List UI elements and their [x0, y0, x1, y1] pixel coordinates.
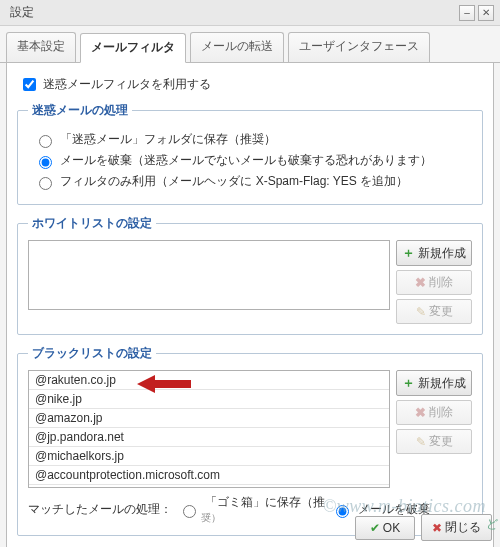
- whitelist-edit-label: 変更: [429, 303, 453, 320]
- close-label: 閉じる: [445, 519, 481, 536]
- match-opt-trash-note: 奨）: [201, 511, 221, 525]
- blacklist-group: ブラックリストの設定 @rakuten.co.jp @nike.jp @amaz…: [17, 345, 483, 536]
- close-icon: ✖: [432, 521, 442, 535]
- plus-icon: ＋: [402, 244, 415, 262]
- main-panel: 迷惑メールフィルタを利用する 迷惑メールの処理 「迷惑メール」フォルダに保存（推…: [6, 63, 494, 547]
- spam-opt-flag-label: フィルタのみ利用（メールヘッダに X-Spam-Flag: YES を追加）: [60, 174, 408, 188]
- whitelist-legend: ホワイトリストの設定: [28, 215, 156, 232]
- ok-button[interactable]: ✔ OK: [355, 516, 415, 540]
- minimize-button[interactable]: –: [459, 5, 475, 21]
- spam-opt-flag[interactable]: [39, 177, 52, 190]
- list-item[interactable]: @jp.pandora.net: [29, 428, 389, 447]
- check-icon: ✔: [370, 521, 380, 535]
- spam-opt-folder[interactable]: [39, 135, 52, 148]
- blacklist-new-button[interactable]: ＋ 新規作成: [396, 370, 472, 396]
- pencil-icon: ✎: [416, 435, 426, 449]
- use-spam-filter-row: 迷惑メールフィルタを利用する: [19, 75, 483, 94]
- tab-forwarding[interactable]: メールの転送: [190, 32, 284, 62]
- spam-opt-folder-label: 「迷惑メール」フォルダに保存（推奨）: [60, 132, 276, 146]
- delete-icon: ✖: [415, 405, 426, 420]
- dialog-footer: ✔ OK ✖ 閉じる: [355, 514, 492, 541]
- list-item[interactable]: @nike.jp: [29, 390, 389, 409]
- tab-basic[interactable]: 基本設定: [6, 32, 76, 62]
- spam-opt-discard[interactable]: [39, 156, 52, 169]
- ok-label: OK: [383, 521, 400, 535]
- window-title: 設定: [10, 4, 34, 21]
- tab-mail-filter[interactable]: メールフィルタ: [80, 33, 186, 63]
- delete-icon: ✖: [415, 275, 426, 290]
- blacklist-legend: ブラックリストの設定: [28, 345, 156, 362]
- match-opt-trash-label: 「ゴミ箱」に保存（推: [205, 494, 325, 511]
- window-controls: – ✕: [459, 5, 494, 21]
- title-bar: 設定 – ✕: [0, 0, 500, 26]
- spam-handling-group: 迷惑メールの処理 「迷惑メール」フォルダに保存（推奨） メールを破棄（迷惑メール…: [17, 102, 483, 205]
- whitelist-delete-button[interactable]: ✖ 削除: [396, 270, 472, 295]
- list-item[interactable]: @accountprotection.microsoft.com: [29, 466, 389, 485]
- blacklist-listbox[interactable]: @rakuten.co.jp @nike.jp @amazon.jp @jp.p…: [28, 370, 390, 488]
- blacklist-edit-label: 変更: [429, 433, 453, 450]
- plus-icon: ＋: [402, 374, 415, 392]
- list-item[interactable]: @rakuten.co.jp: [29, 371, 389, 390]
- whitelist-new-label: 新規作成: [418, 245, 466, 262]
- blacklist-new-label: 新規作成: [418, 375, 466, 392]
- whitelist-edit-button[interactable]: ✎ 変更: [396, 299, 472, 324]
- clipped-text: ど: [486, 516, 498, 533]
- use-spam-filter-checkbox[interactable]: [23, 78, 36, 91]
- match-opt-trash[interactable]: [183, 505, 196, 518]
- blacklist-edit-button[interactable]: ✎ 変更: [396, 429, 472, 454]
- match-label: マッチしたメールの処理：: [28, 501, 172, 518]
- whitelist-listbox[interactable]: [28, 240, 390, 310]
- match-opt-discard[interactable]: [336, 505, 349, 518]
- tab-ui[interactable]: ユーザインタフェース: [288, 32, 430, 62]
- close-window-button[interactable]: ✕: [478, 5, 494, 21]
- whitelist-new-button[interactable]: ＋ 新規作成: [396, 240, 472, 266]
- tab-bar: 基本設定 メールフィルタ メールの転送 ユーザインタフェース: [0, 26, 500, 63]
- list-item[interactable]: @michaelkors.jp: [29, 447, 389, 466]
- close-button[interactable]: ✖ 閉じる: [421, 514, 492, 541]
- blacklist-delete-button[interactable]: ✖ 削除: [396, 400, 472, 425]
- whitelist-delete-label: 削除: [429, 274, 453, 291]
- whitelist-group: ホワイトリストの設定 ＋ 新規作成 ✖ 削除 ✎ 変更: [17, 215, 483, 335]
- spam-handling-legend: 迷惑メールの処理: [28, 102, 132, 119]
- spam-opt-discard-label: メールを破棄（迷惑メールでないメールも破棄する恐れがあります）: [60, 153, 432, 167]
- list-item[interactable]: @amazon.jp: [29, 409, 389, 428]
- pencil-icon: ✎: [416, 305, 426, 319]
- blacklist-delete-label: 削除: [429, 404, 453, 421]
- use-spam-filter-label: 迷惑メールフィルタを利用する: [43, 77, 211, 91]
